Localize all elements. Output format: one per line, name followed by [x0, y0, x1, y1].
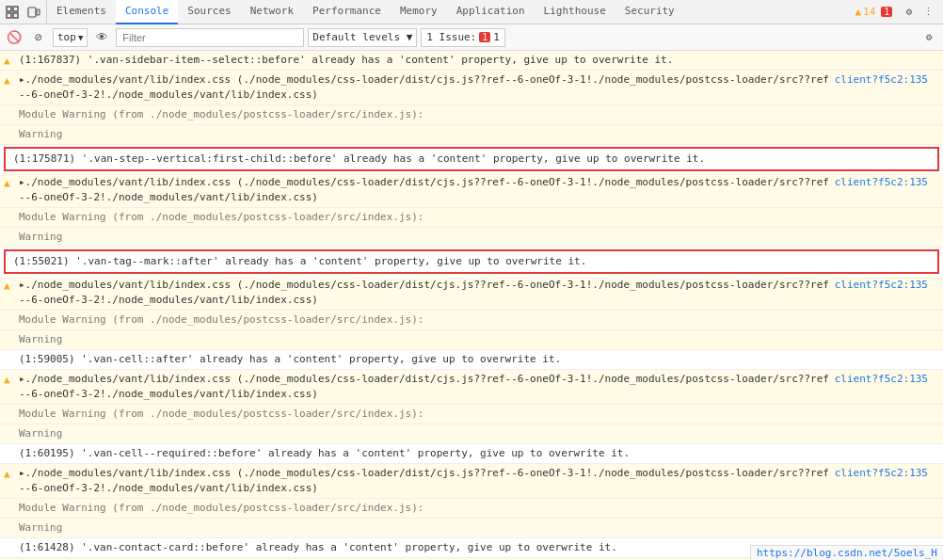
more-button[interactable]: ⋮ [919, 6, 937, 18]
svg-rect-3 [13, 13, 18, 18]
issue-error-badge: 1 [479, 32, 490, 42]
filter-input[interactable] [116, 28, 304, 47]
settings-button[interactable]: ⚙ [900, 6, 918, 18]
list-item: Module Warning (from ./node_modules/post… [0, 208, 943, 228]
source-link[interactable]: client?f5c2:135 [835, 72, 928, 88]
list-item: (1:59005) '.van-cell::after' already has… [0, 350, 943, 370]
context-selector[interactable]: top ▼ [53, 28, 88, 47]
level-selector[interactable]: Default levels ▼ [308, 28, 417, 47]
inspect-icon[interactable] [2, 2, 23, 23]
warning-count-area: ▲ 14 1 ⚙ ⋮ [849, 6, 943, 18]
tab-elements[interactable]: Elements [47, 0, 116, 24]
source-link[interactable]: client?f5c2:135 [835, 175, 928, 190]
tab-memory[interactable]: Memory [391, 0, 447, 24]
warning-count-label: 14 [863, 6, 875, 18]
console-settings-button[interactable]: ⚙ [919, 27, 939, 48]
list-item: ▲ client?f5c2:135 ▸./node_modules/vant/l… [0, 370, 943, 405]
console-output[interactable]: ▲ (1:167837) '.van-sidebar-item--select:… [0, 51, 943, 560]
highlighted-entry-2: (1:55021) '.van-tag--mark::after' alread… [4, 249, 939, 274]
list-item: Module Warning (from ./node_modules/post… [0, 499, 943, 519]
list-item: Module Warning (from ./node_modules/post… [0, 105, 943, 125]
issue-text: 1 Issue: [426, 31, 476, 43]
list-item: ▲ client?f5c2:135 ▸./node_modules/vant/l… [0, 173, 943, 208]
svg-rect-4 [28, 8, 36, 17]
list-item: ▲ (1:167837) '.van-sidebar-item--select:… [0, 51, 943, 71]
list-item: Warning [0, 125, 943, 145]
tab-application[interactable]: Application [447, 0, 535, 24]
list-item: ▲ client?f5c2:135 ▸./node_modules/vant/l… [0, 276, 943, 311]
bottom-url[interactable]: https://blog.csdn.net/5oels_H [757, 547, 937, 559]
highlighted-entry-1: (1:175871) '.van-step--vertical:first-ch… [4, 147, 939, 171]
preserve-log-button[interactable]: ⊘ [28, 27, 49, 48]
list-item: Warning [0, 330, 943, 350]
list-item: (1:60195) '.van-cell--required::before' … [0, 444, 943, 464]
tab-security[interactable]: Security [615, 0, 684, 24]
warning-icon: ▲ [4, 279, 10, 294]
clear-console-button[interactable]: 🚫 [4, 27, 24, 48]
svg-rect-2 [7, 13, 11, 18]
source-link[interactable]: client?f5c2:135 [835, 466, 928, 481]
error-badge: 1 [881, 7, 892, 17]
eye-button[interactable]: 👁 [91, 27, 112, 48]
left-icons [0, 0, 47, 24]
issue-badge[interactable]: 1 Issue: 1 1 [421, 28, 505, 47]
list-item: Module Warning (from ./node_modules/post… [0, 405, 943, 424]
warning-icon: ▲ [4, 373, 10, 388]
warning-icon: ▲ [4, 467, 10, 482]
warning-triangle-icon: ▲ [855, 6, 861, 18]
list-item: Module Warning (from ./node_modules/post… [0, 311, 943, 330]
devtools-container: Elements Console Sources Network Perform… [0, 0, 943, 51]
device-icon[interactable] [24, 2, 44, 23]
level-label: Default levels ▼ [312, 31, 412, 43]
warning-icon: ▲ [4, 176, 10, 191]
tab-sources[interactable]: Sources [178, 0, 240, 24]
tab-bar: Elements Console Sources Network Perform… [0, 0, 943, 24]
svg-rect-0 [7, 7, 11, 11]
bottom-url-bar: https://blog.csdn.net/5oels_H [750, 545, 943, 560]
warning-icon: ▲ [4, 73, 10, 88]
list-item: Warning [0, 228, 943, 248]
console-toolbar: 🚫 ⊘ top ▼ 👁 Default levels ▼ 1 Issue: 1 … [0, 24, 943, 51]
list-item: ▲ client?f5c2:135 ▸./node_modules/vant/l… [0, 71, 943, 105]
error-icon: 1 [881, 6, 892, 18]
list-item: Warning [0, 519, 943, 538]
svg-rect-1 [13, 7, 18, 11]
tab-network[interactable]: Network [241, 0, 303, 24]
warning-icon: ▲ [4, 54, 10, 69]
svg-rect-5 [37, 9, 40, 15]
source-link[interactable]: client?f5c2:135 [835, 372, 928, 387]
tab-lighthouse[interactable]: Lighthouse [535, 0, 615, 24]
tab-performance[interactable]: Performance [303, 0, 391, 24]
tab-console[interactable]: Console [116, 0, 178, 24]
source-link[interactable]: client?f5c2:135 [835, 278, 928, 293]
list-item: ▲ client?f5c2:135 ▸./node_modules/vant/l… [0, 464, 943, 499]
list-item: Warning [0, 424, 943, 444]
